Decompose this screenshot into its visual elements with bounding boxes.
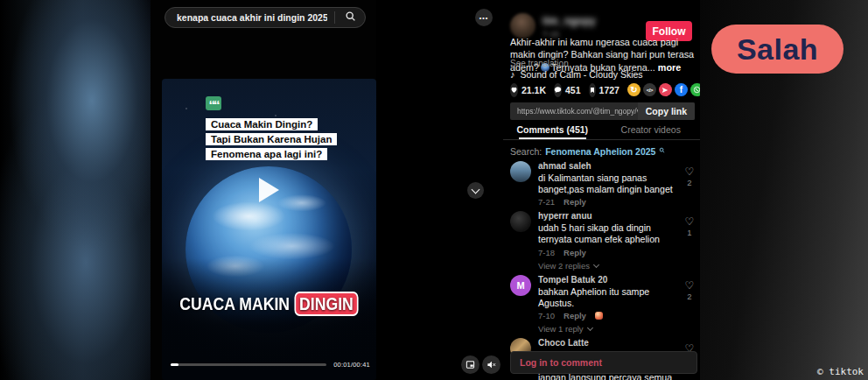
search-suggestion-icon bbox=[659, 144, 665, 155]
video-progress-played bbox=[171, 363, 178, 366]
share-url: https://www.tiktok.com/@tim_ngopy/video/… bbox=[510, 107, 638, 116]
tab-comments[interactable]: Comments (451) bbox=[503, 122, 602, 139]
search-suggestion-term: Fenomena Aphelion 2025 bbox=[545, 146, 655, 157]
comment-like-icon[interactable]: ♡ bbox=[685, 280, 695, 291]
like-button[interactable] bbox=[510, 83, 518, 97]
reply-button[interactable]: Reply bbox=[564, 311, 586, 320]
send-to-friends-icon[interactable] bbox=[659, 83, 672, 96]
reply-button[interactable]: Reply bbox=[564, 197, 586, 207]
sound-title: Sound of Calm - Cloudy Skies bbox=[521, 69, 643, 80]
comment-date: 7-18 bbox=[538, 248, 555, 257]
comment-date: 7-10 bbox=[538, 311, 555, 320]
bookmark-count: 1727 bbox=[599, 85, 620, 95]
sound-row[interactable]: ♪ Sound of Calm - Cloudy Skies bbox=[510, 69, 643, 80]
comment-date: 7-21 bbox=[538, 197, 555, 207]
comment-like-icon[interactable]: ♡ bbox=[685, 166, 695, 177]
comment-list: ahmad saleh di Kalimantan siang panas ba… bbox=[510, 161, 697, 380]
commenter-name[interactable]: Choco Latte bbox=[538, 338, 678, 348]
chevron-down-icon bbox=[472, 185, 480, 194]
video-headline: CUACA MAKIN DINGIN bbox=[179, 292, 360, 316]
panel-tabs: Comments (451) Creator videos bbox=[503, 122, 700, 140]
comment-like-count: 1 bbox=[687, 228, 691, 237]
embed-icon[interactable]: </> bbox=[643, 83, 656, 96]
repost-icon[interactable]: ↻ bbox=[627, 83, 640, 96]
search-suggestion-prefix: Search: bbox=[510, 146, 542, 157]
share-icons: ↻ </> f bbox=[627, 83, 700, 96]
play-icon[interactable] bbox=[259, 178, 279, 202]
ellipsis-icon: ••• bbox=[480, 15, 488, 21]
scroll-down-button[interactable] bbox=[467, 182, 484, 199]
mute-button[interactable] bbox=[482, 355, 500, 374]
view-replies-button[interactable]: View 2 replies bbox=[538, 261, 678, 271]
reply-button[interactable]: Reply bbox=[564, 248, 586, 257]
commenter-name[interactable]: ahmad saleh bbox=[538, 161, 678, 171]
commenter-name[interactable]: hyperrr anuu bbox=[538, 211, 678, 221]
image-credit: © tiktok bbox=[817, 366, 864, 377]
video-timestamp: 00:01/00:41 bbox=[333, 361, 370, 369]
comment-text: di Kalimantan siang panas banget,pas mal… bbox=[538, 172, 678, 195]
bookmark-icon bbox=[589, 87, 596, 94]
quote-line: Tapi Bukan Karena Hujan bbox=[206, 133, 337, 145]
quote-line: Fenomena apa lagi ini? bbox=[206, 148, 327, 160]
search-icon bbox=[345, 11, 356, 25]
chevron-down-icon bbox=[593, 261, 599, 267]
like-count: 21.1K bbox=[522, 85, 546, 95]
commenter-avatar[interactable]: M bbox=[510, 275, 531, 296]
creator-avatar[interactable] bbox=[510, 13, 536, 39]
commenter-avatar[interactable] bbox=[510, 211, 531, 232]
verdict-badge: Salah bbox=[711, 25, 844, 74]
see-translation-link[interactable]: See translation bbox=[510, 59, 569, 68]
bookmark-button[interactable] bbox=[589, 83, 596, 97]
comment-button[interactable] bbox=[554, 83, 562, 97]
tab-creator-videos[interactable]: Creator videos bbox=[602, 122, 701, 139]
login-prompt: Log in to comment bbox=[520, 357, 602, 368]
view-replies-button[interactable]: View 1 reply bbox=[538, 324, 678, 334]
miniplayer-icon bbox=[466, 357, 475, 373]
blurred-video-backdrop bbox=[0, 0, 150, 380]
video-progress-bar[interactable] bbox=[171, 363, 326, 366]
miniplayer-button[interactable] bbox=[461, 355, 480, 374]
more-options-button[interactable]: ••• bbox=[475, 9, 493, 26]
comment-item: ahmad saleh di Kalimantan siang panas ba… bbox=[510, 161, 697, 207]
search-input[interactable] bbox=[165, 12, 334, 23]
whatsapp-icon[interactable] bbox=[690, 83, 700, 96]
heart-icon bbox=[510, 86, 518, 94]
quote-line: Cuaca Makin Dingin? bbox=[206, 118, 318, 130]
video-column: ““ Cuaca Makin Dingin? Tapi Bukan Karena… bbox=[150, 0, 376, 380]
video-player[interactable]: ““ Cuaca Makin Dingin? Tapi Bukan Karena… bbox=[162, 79, 376, 380]
volume-muted-icon bbox=[486, 357, 496, 373]
comment-like-count: 2 bbox=[687, 178, 691, 187]
login-to-comment-bar[interactable]: Log in to comment bbox=[510, 351, 697, 374]
screenshot-root: ““ Cuaca Makin Dingin? Tapi Bukan Karena… bbox=[0, 0, 868, 380]
copy-link-bar: https://www.tiktok.com/@tim_ngopy/video/… bbox=[510, 102, 695, 120]
comment-like-icon[interactable]: ♡ bbox=[685, 216, 695, 227]
copy-link-button[interactable]: Copy link bbox=[638, 102, 695, 120]
facebook-icon[interactable]: f bbox=[675, 83, 688, 96]
comment-item: M Tompel Batuk 20 bahkan Aphelion itu sa… bbox=[510, 275, 697, 334]
search-button[interactable] bbox=[335, 8, 365, 27]
commenter-avatar[interactable] bbox=[510, 161, 531, 182]
headline-highlight: DINGIN bbox=[294, 292, 359, 316]
video-progress-row: 00:01/00:41 bbox=[171, 361, 370, 369]
video-quote-text: Cuaca Makin Dingin? Tapi Bukan Karena Hu… bbox=[206, 118, 337, 163]
comment-icon bbox=[554, 86, 562, 94]
post-detail-panel: tim_ngopy 7-15 Follow Akhir-akhir ini ka… bbox=[503, 0, 700, 380]
reaction-emoji bbox=[595, 312, 603, 320]
chevron-down-icon bbox=[587, 325, 593, 331]
creator-username[interactable]: tim_ngopy bbox=[542, 15, 596, 27]
commenter-name[interactable]: Tompel Batuk 20 bbox=[538, 275, 678, 285]
comment-text: bahkan Aphelion itu sampe Agustus. bbox=[538, 286, 678, 309]
search-bar[interactable] bbox=[164, 7, 366, 28]
right-gradient-backdrop: Salah © tiktok bbox=[700, 0, 868, 380]
comment-item: hyperrr anuu udah 5 hari sikap dia dingi… bbox=[510, 211, 697, 270]
music-note-icon: ♪ bbox=[510, 69, 515, 80]
caption-more-link[interactable]: more bbox=[658, 62, 681, 73]
engagement-row: 21.1K 451 1727 ↻ </> f bbox=[510, 82, 695, 97]
comment-like-count: 2 bbox=[687, 292, 691, 301]
headline-text: CUACA MAKIN bbox=[179, 293, 290, 314]
search-suggestion[interactable]: Search: Fenomena Aphelion 2025 bbox=[510, 146, 665, 157]
comment-count: 451 bbox=[565, 85, 581, 95]
quote-icon: ““ bbox=[206, 96, 221, 110]
comment-text: udah 5 hari sikap dia dingin ternyata cu… bbox=[538, 222, 678, 245]
